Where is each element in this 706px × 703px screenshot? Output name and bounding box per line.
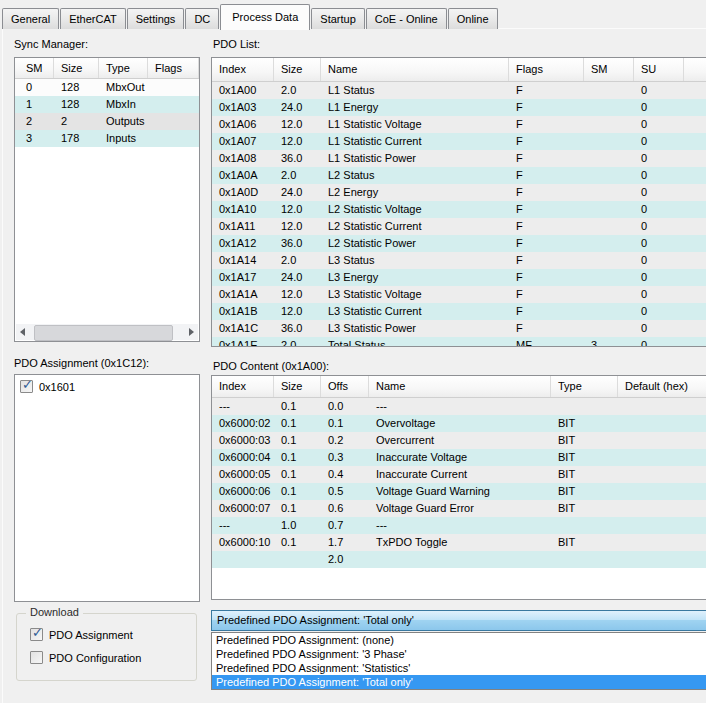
sync-manager-row[interactable]: 3 178 Inputs [15,130,199,147]
cell-index: 0x1A1C [212,320,274,337]
column-header-name[interactable]: Name [369,376,551,397]
cell-sm [584,167,634,184]
cell-size: 24.0 [274,99,321,116]
cell-size: 128 [54,79,99,96]
pdo-list-row[interactable]: 0x1A0A 2.0 L2 Status F 0 [212,167,706,184]
cell-flags: F [509,133,584,150]
dropdown-option-statistics[interactable]: Predefined PDO Assignment: 'Statistics' [212,661,706,675]
column-header-name[interactable]: Name [321,58,509,81]
tab-general[interactable]: General [2,8,59,29]
pdo-list-row[interactable]: 0x1A14 2.0 L3 Status F 0 [212,252,706,269]
column-header-index[interactable]: Index [212,58,274,81]
pdo-list-row[interactable]: 0x1A08 36.0 L1 Statistic Power F 0 [212,150,706,167]
sync-manager-row-selected[interactable]: 2 2 Outputs [15,113,199,130]
checkbox-label: 0x1601 [39,381,75,393]
cell-default [618,466,706,483]
cell-sm [584,116,634,133]
cell-flags: F [509,184,584,201]
predefined-pdo-assignment-dropdown: Predefined PDO Assignment: (none) Predef… [211,632,706,690]
pdo-list-row[interactable]: 0x1A0D 24.0 L2 Energy F 0 [212,184,706,201]
dropdown-option-total-only[interactable]: Predefined PDO Assignment: 'Total only' [212,675,706,689]
pdo-list-row[interactable]: 0x1A17 24.0 L3 Energy F 0 [212,269,706,286]
sync-manager-row[interactable]: 0 128 MbxOut [15,79,199,96]
scrollbar-thumb[interactable] [34,325,173,341]
pdo-content-row[interactable]: 0x6000:05 0.1 0.4 Inaccurate Current BIT [212,466,706,483]
pdo-content-row[interactable]: 0x6000:10 0.1 1.7 TxPDO Toggle BIT [212,534,706,551]
cell-default [618,449,706,466]
cell-name: Total Status [321,337,509,347]
column-header-default[interactable]: Default (hex) [618,376,706,397]
pdo-list-row[interactable]: 0x1A07 12.0 L1 Statistic Current F 0 [212,133,706,150]
pdo-content-row[interactable]: 2.0 [212,551,706,568]
checkbox-pdo-assignment[interactable]: ✓ [30,628,43,641]
pdo-list-label: PDO List: [213,38,260,50]
pdo-content-row[interactable]: 0x6000:03 0.1 0.2 Overcurrent BIT [212,432,706,449]
cell-su: 0 [634,201,684,218]
cell-sm [584,235,634,252]
dropdown-option-none[interactable]: Predefined PDO Assignment: (none) [212,633,706,647]
column-header-size[interactable]: Size [274,376,321,397]
pdo-content-row[interactable]: 0x6000:07 0.1 0.6 Voltage Guard Error BI… [212,500,706,517]
column-header-sm[interactable]: SM [15,58,54,78]
cell-type: Outputs [99,113,148,130]
pdo-list-row[interactable]: 0x1A10 12.0 L2 Statistic Voltage F 0 [212,201,706,218]
cell-su: 0 [634,167,684,184]
cell-size: 12.0 [274,133,321,150]
tab-online[interactable]: Online [448,8,498,29]
pdo-list-row[interactable]: 0x1A12 36.0 L2 Statistic Power F 0 [212,235,706,252]
cell-sm: 3 [584,337,634,347]
column-header-size[interactable]: Size [54,58,99,78]
sync-manager-row[interactable]: 1 128 MbxIn [15,96,199,113]
cell-type: BIT [551,449,618,466]
cell-flags: F [509,286,584,303]
cell-index: 0x1A12 [212,235,274,252]
pdo-content-row[interactable]: --- 1.0 0.7 --- [212,517,706,534]
predefined-pdo-assignment-combobox[interactable]: Predefined PDO Assignment: 'Total only' [211,610,706,631]
scroll-right-arrow-icon[interactable] [182,324,198,340]
pdo-assignment-label: PDO Assignment (0x1C12): [14,357,149,369]
pdo-assignment-item-0x1601[interactable]: ✓ 0x1601 [20,380,75,393]
column-header-type[interactable]: Type [551,376,618,397]
cell-name: L2 Statistic Voltage [321,201,509,218]
cell-index: 0x6000:02 [212,415,274,432]
pdo-content-row[interactable]: 0x6000:06 0.1 0.5 Voltage Guard Warning … [212,483,706,500]
cell-name [369,551,551,568]
cell-default [618,483,706,500]
cell-name: L1 Status [321,82,509,99]
column-header-offs[interactable]: Offs [321,376,369,397]
pdo-list-row[interactable]: 0x1A1B 12.0 L3 Statistic Current F 0 [212,303,706,320]
cell-type [551,551,618,568]
checkbox-pdo-configuration[interactable] [30,651,43,664]
column-header-flags[interactable]: Flags [509,58,584,81]
pdo-content-row[interactable]: --- 0.1 0.0 --- [212,398,706,415]
download-pdo-assignment-option[interactable]: ✓ PDO Assignment [30,628,133,641]
pdo-list-row[interactable]: 0x1A1C 36.0 L3 Statistic Power F 0 [212,320,706,337]
column-header-index[interactable]: Index [212,376,274,397]
column-header-su[interactable]: SU [634,58,684,81]
checkbox-0x1601[interactable]: ✓ [20,380,33,393]
pdo-list-row[interactable]: 0x1A00 2.0 L1 Status F 0 [212,82,706,99]
pdo-list-row[interactable]: 0x1A03 24.0 L1 Energy F 0 [212,99,706,116]
column-header-flags[interactable]: Flags [148,58,199,78]
tab-settings[interactable]: Settings [127,8,185,29]
pdo-list-row[interactable]: 0x1A11 12.0 L2 Statistic Current F 0 [212,218,706,235]
pdo-list-row-partial[interactable]: 0x1A1E 2.0 Total Status MF 3 0 [212,337,706,347]
tab-startup[interactable]: Startup [311,8,364,29]
pdo-list-row[interactable]: 0x1A1A 12.0 L3 Statistic Voltage F 0 [212,286,706,303]
column-header-sm[interactable]: SM [584,58,634,81]
download-pdo-configuration-option[interactable]: PDO Configuration [30,651,141,664]
column-header-type[interactable]: Type [99,58,148,78]
tab-ethercat[interactable]: EtherCAT [60,8,125,29]
horizontal-scrollbar[interactable] [16,324,198,340]
scroll-left-arrow-icon[interactable] [16,324,32,340]
column-header-size[interactable]: Size [274,58,321,81]
cell-name: Voltage Guard Error [369,500,551,517]
tab-process-data[interactable]: Process Data [220,4,310,30]
dropdown-option-3-phase[interactable]: Predefined PDO Assignment: '3 Phase' [212,647,706,661]
pdo-list-row[interactable]: 0x1A06 12.0 L1 Statistic Voltage F 0 [212,116,706,133]
tab-coe-online[interactable]: CoE - Online [366,8,447,29]
cell-default [618,432,706,449]
tab-dc[interactable]: DC [185,8,219,29]
pdo-content-row[interactable]: 0x6000:04 0.1 0.3 Inaccurate Voltage BIT [212,449,706,466]
pdo-content-row[interactable]: 0x6000:02 0.1 0.1 Overvoltage BIT [212,415,706,432]
